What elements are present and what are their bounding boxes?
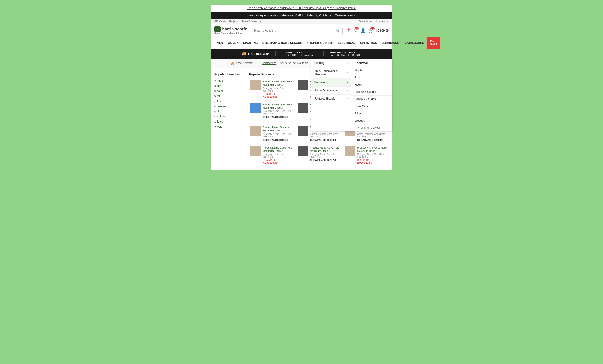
search-item[interactable]: air fryer xyxy=(214,78,244,83)
chevron-right-icon: › xyxy=(347,62,348,64)
store-locator-button[interactable]: 📍 xyxy=(346,28,351,33)
location-icon: 📍 xyxy=(346,28,351,33)
dropdown-item-footwear[interactable]: Footwear › xyxy=(311,79,351,87)
mini-contactless-link[interactable]: Contactless xyxy=(262,61,277,65)
product-name: Product Name Goes Here Maximum Lines 2 xyxy=(263,80,293,87)
header-icons: 📍 ♡ 44 👤 🛒 12 $9,999.99 xyxy=(346,28,389,33)
dropdown-sub-heels[interactable]: Heels xyxy=(351,81,392,89)
search-item[interactable]: tefal xyxy=(214,93,244,99)
nav-projects[interactable]: Projects xyxy=(230,20,239,23)
product-info: Product Name Goes Here Maximum Lines 2 C… xyxy=(263,103,293,119)
product-info: Product Name Goes Here Maximum Lines 2 C… xyxy=(263,146,293,164)
product-card[interactable]: Product Name Goes Here Maximum Lines 2 C… xyxy=(249,102,294,122)
mini-contactless: Contactless Click & Collect Available xyxy=(262,61,308,65)
nav-christmas[interactable]: CHRISTMAS xyxy=(358,39,379,47)
logo-icon: hs xyxy=(214,26,221,32)
nav-onsale[interactable]: ON SALE xyxy=(427,37,441,48)
dropdown-sub-shoecare[interactable]: Shoe Care xyxy=(351,103,392,110)
product-price-reg: REG $44.98 xyxy=(263,93,293,95)
chevron-right-icon: › xyxy=(347,98,348,100)
dropdown-sub-boots[interactable]: Boots xyxy=(351,67,392,74)
search-item[interactable]: cushions xyxy=(214,114,244,119)
product-price-now: NOW $19.95 xyxy=(263,161,293,164)
mini-delivery-text: Free Delivery xyxy=(236,61,253,65)
product-category: Category Name Goes Here max line 1 xyxy=(263,133,293,138)
secondary-nav-right: Track Order Contact Us xyxy=(359,20,389,23)
search-item[interactable]: dinner set xyxy=(214,104,244,109)
logo-box[interactable]: hs harris scarfe xyxy=(214,26,247,32)
product-card[interactable]: Product Name Goes Here Maximum Lines 2 C… xyxy=(296,145,341,166)
search-item[interactable]: towels xyxy=(214,124,244,129)
product-name: Product Name Goes Here Maximum Lines 2 xyxy=(263,146,293,153)
dropdown-clothing-label: Clothing xyxy=(314,61,325,65)
nav-clearance[interactable]: CLEARANCE xyxy=(379,39,401,47)
product-price-clearance: CLEARANCE $299.90 xyxy=(310,159,340,161)
dropdown-sub-all[interactable]: All Women's Footwear xyxy=(351,125,392,131)
dropdown-sub-flats[interactable]: Flats xyxy=(351,74,392,81)
feature-bar: 🚚 FREE DELIVERY CONTACTLESSCLICK & COLLE… xyxy=(211,49,392,59)
chevron-right-icon: › xyxy=(347,71,348,74)
product-card[interactable]: Product Name Goes Here Maximum Lines 2 C… xyxy=(249,79,294,99)
search-item[interactable]: pillows xyxy=(214,119,244,124)
product-info: Product Name Goes Here Maximum Lines 2 C… xyxy=(310,146,340,162)
dropdown-sub-slippers[interactable]: Slippers xyxy=(351,110,392,117)
mini-delivery: 🚚 Free Delivery xyxy=(231,61,253,65)
cart-total: $9,999.99 xyxy=(376,29,389,32)
delivery-icon: 🚚 xyxy=(241,52,246,56)
product-thumbnail xyxy=(250,146,261,157)
dropdown-overlay: Clothing › Bras, Underwear & Sleepwear ›… xyxy=(311,59,392,131)
product-category: Category Name Goes Here max line 1 xyxy=(310,133,340,138)
nav-bed-bath[interactable]: BED, BATH & HOME DECORE xyxy=(260,39,304,47)
nav-catalogues[interactable]: CATALOGUES xyxy=(402,39,426,47)
dropdown-sub-leisure[interactable]: Leisure & Casual xyxy=(351,89,392,96)
product-thumbnail xyxy=(298,103,308,113)
top-banner-link[interactable]: Free delivery on standard orders over $1… xyxy=(247,7,356,10)
product-thumbnail xyxy=(250,80,261,90)
product-card[interactable]: Product Name Goes Here Maximum Lines 2 C… xyxy=(344,145,389,166)
promo-bar: Free delivery on standard orders over $1… xyxy=(211,12,392,19)
cart-button[interactable]: 🛒 12 xyxy=(368,28,373,33)
product-price-clearance: CLEARANCE $299.90 xyxy=(263,116,293,118)
nav-kitchen[interactable]: KITCHEN & DINNER xyxy=(304,39,336,47)
feature-sign-up: SIGN UP AND SAVEHARRIS SCARFE FRIENDS xyxy=(323,51,367,57)
product-category: Category Name Goes Here max line 1 xyxy=(263,87,293,92)
nav-made2measure[interactable]: Made 2 Measure xyxy=(242,20,261,23)
cart-badge: 12 xyxy=(371,27,375,30)
dropdown-item-bag[interactable]: Bag & Accessories › xyxy=(311,87,351,95)
secondary-nav: Gift Cards Projects Made 2 Measure Track… xyxy=(211,19,392,24)
dropdown-sub-sandals[interactable]: Sandals & Slides xyxy=(351,96,392,103)
dropdown-main: Clothing › Bras, Underwear & Sleepwear ›… xyxy=(311,59,351,131)
dropdown-sub-wedges[interactable]: Wedges xyxy=(351,117,392,125)
logo-area: hs harris scarfe Great Brands. Great Pri… xyxy=(214,26,247,35)
dropdown-item-clothing[interactable]: Clothing › xyxy=(311,59,351,67)
dropdown-item-bras[interactable]: Bras, Underwear & Sleepwear › xyxy=(311,67,351,79)
search-item[interactable]: kettle xyxy=(214,83,244,89)
search-input[interactable] xyxy=(251,27,334,34)
feature-signup-label: SIGN UP AND SAVEHARRIS SCARFE FRIENDS xyxy=(329,51,361,57)
feature-delivery-label: FREE DELIVERY xyxy=(248,52,270,55)
nav-electrical[interactable]: ELECTRICAL xyxy=(336,39,358,47)
product-category: Category Name Goes Here max line 1 xyxy=(357,133,387,138)
promo-text: Free delivery on standard orders over $1… xyxy=(247,14,356,17)
search-button[interactable]: 🔍 xyxy=(334,27,342,34)
nav-contact-us[interactable]: Contact Us xyxy=(376,20,389,23)
nav-women[interactable]: WOMEN xyxy=(225,39,241,47)
search-item[interactable]: pillow xyxy=(214,99,244,104)
search-item[interactable]: quilt xyxy=(214,109,244,114)
account-button[interactable]: 👤 xyxy=(360,28,366,33)
header: hs harris scarfe Great Brands. Great Pri… xyxy=(211,24,392,37)
nav-gift-cards[interactable]: Gift Cards xyxy=(214,20,226,23)
nav-men[interactable]: MEN xyxy=(214,39,225,47)
product-price-clearance: CLEARANCE $299.90 xyxy=(357,139,387,141)
product-category: Category Name Goes Here max line 1 xyxy=(263,153,293,158)
wishlist-button[interactable]: ♡ 44 xyxy=(354,28,358,33)
product-card[interactable]: Product Name Goes Here Maximum Lines 2 C… xyxy=(249,125,294,143)
product-name: Product Name Goes Here Maximum Lines 2 xyxy=(263,103,293,110)
dropdown-item-brands[interactable]: Featured Brands › xyxy=(311,95,351,103)
product-thumbnail xyxy=(250,103,261,113)
search-item[interactable]: toaster xyxy=(214,89,244,93)
page-wrapper: Free delivery on standard orders over $1… xyxy=(211,5,392,170)
nav-track-order[interactable]: Track Order xyxy=(359,20,372,23)
product-card[interactable]: Product Name Goes Here Maximum Lines 2 C… xyxy=(249,145,294,166)
nav-sporting[interactable]: SPORTING xyxy=(241,39,260,47)
